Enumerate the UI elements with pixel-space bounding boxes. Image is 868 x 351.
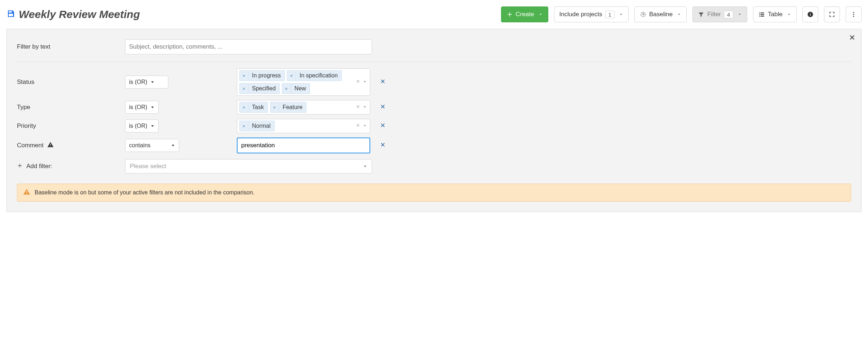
priority-token: ×Normal xyxy=(239,121,275,131)
status-token: ×In progress xyxy=(239,70,285,81)
chevron-down-icon xyxy=(363,164,367,168)
add-filter-select[interactable]: Please select xyxy=(125,159,372,174)
filter-label-type: Type xyxy=(17,104,125,111)
status-operator-select[interactable]: is (OR) xyxy=(125,76,168,89)
filter-count: 4 xyxy=(724,11,733,18)
filter-button[interactable]: Filter 4 xyxy=(692,6,747,22)
chevron-down-icon xyxy=(539,12,543,17)
chevron-down-icon xyxy=(150,105,155,109)
warning-banner: Baseline mode is on but some of your act… xyxy=(17,184,851,202)
remove-token-button[interactable]: × xyxy=(240,71,248,81)
include-projects-button[interactable]: Include projects 1 xyxy=(554,6,629,22)
remove-token-button[interactable]: × xyxy=(240,102,248,112)
warning-text: Baseline mode is on but some of your act… xyxy=(35,189,254,196)
token-label: Specified xyxy=(248,85,279,92)
chevron-down-icon[interactable] xyxy=(363,123,367,129)
priority-operator-select[interactable]: is (OR) xyxy=(125,120,159,132)
warning-icon xyxy=(23,188,30,197)
plus-icon xyxy=(506,11,513,18)
baseline-label: Baseline xyxy=(649,11,673,18)
priority-operator-value: is (OR) xyxy=(129,123,147,129)
remove-token-button[interactable]: × xyxy=(282,84,291,94)
comment-value-box[interactable] xyxy=(237,138,370,153)
baseline-button[interactable]: Baseline xyxy=(634,6,687,22)
chevron-down-icon[interactable] xyxy=(363,104,367,111)
filter-label-comment: Comment xyxy=(17,142,44,149)
remove-filter-status[interactable] xyxy=(380,78,386,86)
chevron-down-icon xyxy=(150,124,155,128)
fullscreen-button[interactable] xyxy=(824,6,840,22)
type-values-box[interactable]: ×Task×Feature xyxy=(237,100,370,114)
filter-label-text: Filter by text xyxy=(17,43,125,50)
remove-token-button[interactable]: × xyxy=(240,121,248,131)
remove-token-button[interactable]: × xyxy=(287,71,296,81)
token-label: In specification xyxy=(296,72,341,79)
view-mode-button[interactable]: Table xyxy=(753,6,797,22)
save-icon[interactable] xyxy=(6,9,15,19)
remove-token-button[interactable]: × xyxy=(240,84,248,94)
text-search-input[interactable] xyxy=(128,41,369,53)
filter-label: Filter xyxy=(707,11,721,18)
more-menu-button[interactable] xyxy=(846,6,862,22)
comment-value-input[interactable] xyxy=(240,140,367,151)
status-token: ×In specification xyxy=(287,70,342,81)
add-filter-placeholder: Please select xyxy=(130,163,166,170)
chevron-down-icon[interactable] xyxy=(363,79,367,85)
filter-panel: Filter by text Statusis (OR)×In progress… xyxy=(6,29,862,212)
kebab-icon xyxy=(850,11,857,18)
token-label: In progress xyxy=(248,72,284,79)
plus-icon xyxy=(17,163,23,170)
token-label: Task xyxy=(248,104,267,111)
status-token: ×New xyxy=(282,83,310,94)
token-label: Feature xyxy=(279,104,306,111)
clear-values-button[interactable] xyxy=(355,123,360,129)
remove-filter-comment[interactable] xyxy=(380,141,386,149)
comment-operator-value: contains xyxy=(129,142,151,149)
chevron-down-icon xyxy=(619,12,623,17)
chevron-down-icon xyxy=(787,12,791,17)
status-operator-value: is (OR) xyxy=(129,79,147,85)
chevron-down-icon xyxy=(150,80,155,84)
status-values-box[interactable]: ×In progress×In specification×Specified×… xyxy=(237,68,370,96)
type-token: ×Task xyxy=(239,102,268,113)
filter-icon xyxy=(698,11,704,18)
chevron-down-icon xyxy=(738,12,742,17)
remove-token-button[interactable]: × xyxy=(270,102,279,112)
warning-icon xyxy=(47,141,54,150)
token-label: New xyxy=(291,85,310,92)
info-icon xyxy=(807,11,814,18)
page-title: Weekly Review Meeting xyxy=(19,8,140,21)
chevron-down-icon xyxy=(171,143,175,148)
include-projects-label: Include projects xyxy=(559,11,602,18)
comment-operator-select[interactable]: contains xyxy=(125,139,179,152)
priority-values-box[interactable]: ×Normal xyxy=(237,119,370,133)
filter-label-priority: Priority xyxy=(17,122,125,130)
remove-filter-priority[interactable] xyxy=(380,122,386,130)
baseline-icon xyxy=(640,11,646,18)
filter-label-status: Status xyxy=(17,78,125,86)
type-operator-select[interactable]: is (OR) xyxy=(125,101,159,114)
view-mode-label: Table xyxy=(768,11,783,18)
text-search-box[interactable] xyxy=(125,39,372,54)
status-token: ×Specified xyxy=(239,83,280,94)
fullscreen-icon xyxy=(829,11,835,18)
type-operator-value: is (OR) xyxy=(129,104,147,111)
remove-filter-type[interactable] xyxy=(380,103,386,111)
type-token: ×Feature xyxy=(270,102,306,113)
list-icon xyxy=(758,11,765,18)
create-label: Create xyxy=(516,11,534,18)
clear-values-button[interactable] xyxy=(355,104,360,111)
include-projects-count: 1 xyxy=(605,11,615,18)
close-panel-button[interactable] xyxy=(848,33,856,43)
add-filter-label: Add filter: xyxy=(26,163,52,170)
chevron-down-icon xyxy=(677,12,681,17)
create-button[interactable]: Create xyxy=(501,6,548,22)
info-button[interactable] xyxy=(802,6,818,22)
clear-values-button[interactable] xyxy=(355,79,360,85)
token-label: Normal xyxy=(248,123,274,129)
